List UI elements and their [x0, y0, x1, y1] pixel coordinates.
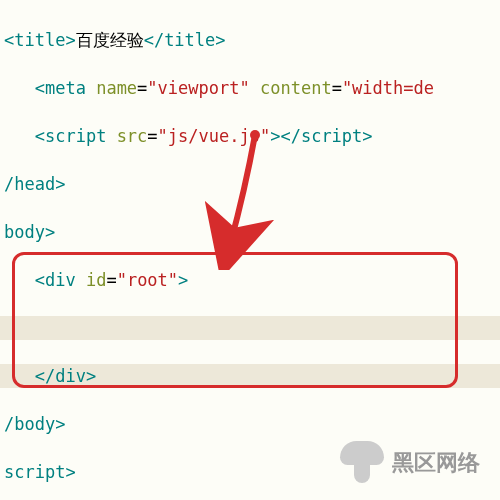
- attr: content: [260, 78, 332, 98]
- highlight-box: [12, 252, 458, 388]
- val: "js/vue.js": [158, 126, 271, 146]
- watermark: 黑区网络: [340, 441, 480, 485]
- tag: <title>: [4, 30, 76, 50]
- code-editor[interactable]: <title>百度经验</title> <meta name="viewport…: [0, 0, 500, 500]
- val: "viewport": [147, 78, 249, 98]
- tag: <meta: [35, 78, 86, 98]
- tag: </title>: [144, 30, 226, 50]
- tag: ></: [270, 126, 301, 146]
- text: 百度经验: [76, 30, 144, 50]
- attr: src: [117, 126, 148, 146]
- tag: <script: [35, 126, 107, 146]
- tag: script>: [301, 126, 373, 146]
- tag: /head>: [4, 174, 65, 194]
- tag: /body>: [4, 414, 65, 434]
- val: "width=de: [342, 78, 434, 98]
- watermark-text: 黑区网络: [392, 451, 480, 475]
- tag: script>: [4, 462, 76, 482]
- attr: name: [96, 78, 137, 98]
- mushroom-icon: [340, 441, 384, 485]
- tag: body>: [4, 222, 55, 242]
